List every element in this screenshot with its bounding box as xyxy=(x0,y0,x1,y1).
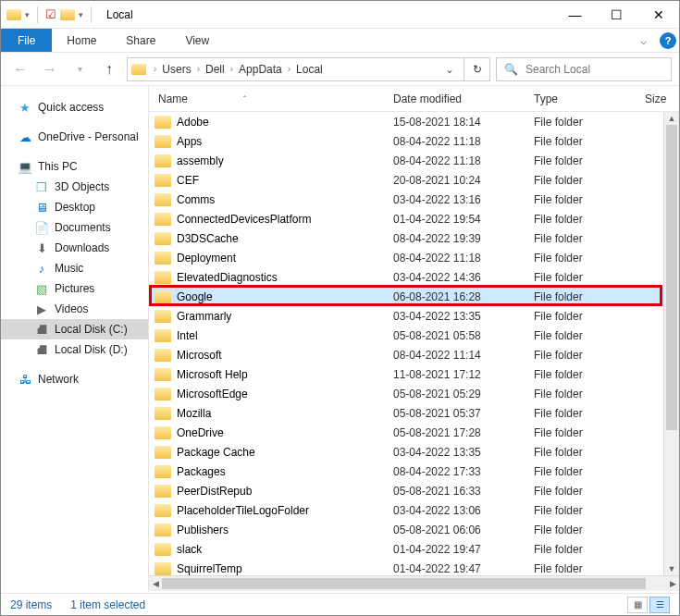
collapse-ribbon-icon[interactable]: ⌵ xyxy=(629,29,657,52)
refresh-button[interactable]: ↻ xyxy=(464,57,490,81)
close-button[interactable]: ✕ xyxy=(637,1,679,29)
file-list[interactable]: Adobe15-08-2021 18:14File folderApps08-0… xyxy=(149,112,679,575)
file-date: 05-08-2021 05:37 xyxy=(393,407,534,420)
file-row[interactable]: PeerDistRepub05-08-2021 16:33File folder xyxy=(149,481,679,500)
folder-icon xyxy=(155,349,171,362)
forward-button[interactable]: → xyxy=(38,57,62,81)
scroll-up-icon[interactable]: ▲ xyxy=(664,112,679,125)
file-row[interactable]: OneDrive05-08-2021 17:28File folder xyxy=(149,423,679,442)
column-header-date[interactable]: Date modified xyxy=(393,92,534,105)
address-bar-row: ← → ▾ ↑ › Users › Dell › AppData › Local… xyxy=(1,53,679,86)
vertical-scrollbar[interactable]: ▲ ▼ xyxy=(663,112,679,575)
scroll-right-icon[interactable]: ▶ xyxy=(666,579,679,588)
chevron-down-icon[interactable]: ⌄ xyxy=(439,63,460,76)
column-header-type[interactable]: Type xyxy=(534,92,645,105)
nav-item-music[interactable]: ♪Music xyxy=(1,258,148,278)
nav-item-pictures[interactable]: ▧Pictures xyxy=(1,278,148,299)
breadcrumb[interactable]: Dell xyxy=(204,63,227,76)
tab-view[interactable]: View xyxy=(170,29,224,52)
file-row[interactable]: assembly08-04-2022 11:18File folder xyxy=(149,151,679,170)
documents-icon: 📄 xyxy=(34,220,49,235)
nav-this-pc[interactable]: 💻This PC xyxy=(1,156,148,177)
column-header-size[interactable]: Size xyxy=(645,92,679,105)
file-name: MicrosoftEdge xyxy=(177,388,393,400)
file-row[interactable]: slack01-04-2022 19:47File folder xyxy=(149,539,679,559)
breadcrumb[interactable]: Local xyxy=(294,63,325,76)
file-row[interactable]: Mozilla05-08-2021 05:37File folder xyxy=(149,403,679,423)
file-row[interactable]: D3DSCache08-04-2022 19:39File folder xyxy=(149,228,679,248)
breadcrumb[interactable]: Users xyxy=(160,63,192,76)
scroll-down-icon[interactable]: ▼ xyxy=(664,562,679,575)
tab-home[interactable]: Home xyxy=(52,29,111,52)
file-row[interactable]: ElevatedDiagnostics03-04-2022 14:36File … xyxy=(149,267,679,287)
file-row[interactable]: Apps08-04-2022 11:18File folder xyxy=(149,131,679,151)
chevron-right-icon[interactable]: › xyxy=(193,64,204,74)
file-row[interactable]: Grammarly03-04-2022 13:35File folder xyxy=(149,306,679,326)
nav-quick-access[interactable]: ★Quick access xyxy=(1,97,148,117)
file-name: Microsoft xyxy=(177,349,393,362)
nav-item-videos[interactable]: ▶Videos xyxy=(1,299,148,319)
up-button[interactable]: ↑ xyxy=(97,57,121,81)
file-type: File folder xyxy=(534,485,645,498)
tab-file[interactable]: File xyxy=(1,29,52,52)
nav-item-3d[interactable]: ❒3D Objects xyxy=(1,177,148,197)
nav-network[interactable]: 🖧Network xyxy=(1,369,148,389)
folder-icon xyxy=(155,368,171,381)
address-bar[interactable]: › Users › Dell › AppData › Local ⌄ xyxy=(127,57,464,81)
new-folder-icon[interactable] xyxy=(60,9,75,20)
folder-icon xyxy=(155,271,171,284)
chevron-down-icon[interactable]: ▾ xyxy=(25,10,30,19)
tab-share[interactable]: Share xyxy=(111,29,170,52)
file-row[interactable]: CEF20-08-2021 10:24File folder xyxy=(149,170,679,190)
file-type: File folder xyxy=(534,524,645,536)
horizontal-scrollbar[interactable]: ◀ ▶ xyxy=(149,575,679,591)
nav-item-desktop[interactable]: 🖥Desktop xyxy=(1,197,148,217)
file-row[interactable]: Intel05-08-2021 05:58File folder xyxy=(149,326,679,345)
recent-locations-button[interactable]: ▾ xyxy=(68,57,92,81)
search-input[interactable]: 🔍 Search Local xyxy=(496,57,672,81)
chevron-right-icon[interactable]: › xyxy=(227,64,237,74)
file-row[interactable]: Package Cache03-04-2022 13:35File folder xyxy=(149,442,679,462)
nav-onedrive[interactable]: ☁OneDrive - Personal xyxy=(1,127,148,147)
column-header-name[interactable]: Nameˆ xyxy=(155,92,393,105)
file-name: Grammarly xyxy=(177,310,393,323)
navigation-pane[interactable]: ★Quick access ☁OneDrive - Personal 💻This… xyxy=(1,86,149,591)
nav-item-downloads[interactable]: ⬇Downloads xyxy=(1,238,148,258)
help-button[interactable]: ? xyxy=(657,29,679,52)
file-row[interactable]: Adobe15-08-2021 18:14File folder xyxy=(149,112,679,131)
chevron-down-icon[interactable]: ▾ xyxy=(79,10,83,19)
file-row[interactable]: Packages08-04-2022 17:33File folder xyxy=(149,462,679,481)
file-date: 03-04-2022 13:06 xyxy=(393,504,534,517)
file-type: File folder xyxy=(534,504,645,517)
file-row[interactable]: SquirrelTemp01-04-2022 19:47File folder xyxy=(149,559,679,575)
cloud-icon: ☁ xyxy=(18,129,32,144)
folder-icon xyxy=(155,232,171,245)
scroll-thumb[interactable] xyxy=(666,125,677,430)
scroll-left-icon[interactable]: ◀ xyxy=(149,579,162,588)
file-date: 15-08-2021 18:14 xyxy=(393,116,534,129)
file-row[interactable]: PlaceholderTileLogoFolder03-04-2022 13:0… xyxy=(149,500,679,520)
file-row[interactable]: MicrosoftEdge05-08-2021 05:29File folder xyxy=(149,384,679,403)
file-row[interactable]: Deployment08-04-2022 11:18File folder xyxy=(149,248,679,267)
file-row[interactable]: Publishers05-08-2021 06:06File folder xyxy=(149,520,679,539)
view-thumbnails-button[interactable]: ▦ xyxy=(627,597,648,613)
nav-item-diskd[interactable]: ⛘Local Disk (D:) xyxy=(1,339,148,360)
chevron-right-icon[interactable]: › xyxy=(284,64,294,74)
column-headers: Nameˆ Date modified Type Size xyxy=(149,86,679,112)
maximize-button[interactable]: ☐ xyxy=(596,1,637,29)
chevron-right-icon[interactable]: › xyxy=(150,64,160,74)
minimize-button[interactable]: — xyxy=(554,1,596,29)
breadcrumb[interactable]: AppData xyxy=(237,63,284,76)
file-row[interactable]: Google06-08-2021 16:28File folder xyxy=(149,287,679,306)
view-details-button[interactable]: ☰ xyxy=(649,597,670,613)
back-button[interactable]: ← xyxy=(8,57,32,81)
file-row[interactable]: Microsoft Help11-08-2021 17:12File folde… xyxy=(149,364,679,384)
scroll-thumb[interactable] xyxy=(162,578,646,589)
file-name: OneDrive xyxy=(177,426,393,439)
nav-item-documents[interactable]: 📄Documents xyxy=(1,217,148,238)
file-row[interactable]: Comms03-04-2022 13:16File folder xyxy=(149,190,679,209)
file-row[interactable]: Microsoft08-04-2022 11:14File folder xyxy=(149,345,679,364)
nav-item-diskc[interactable]: ⛘Local Disk (C:) xyxy=(1,319,148,339)
file-row[interactable]: ConnectedDevicesPlatform01-04-2022 19:54… xyxy=(149,209,679,228)
properties-icon[interactable]: ☑ xyxy=(45,7,56,21)
